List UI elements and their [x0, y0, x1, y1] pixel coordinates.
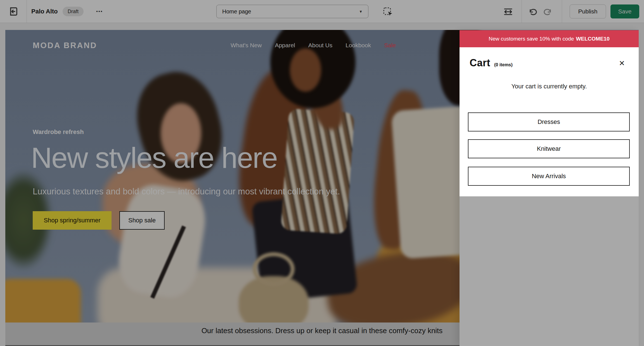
- cart-drawer: New customers save 10% with code WELCOME…: [460, 30, 639, 346]
- announcement-text: New customers save 10% with code: [489, 36, 574, 42]
- cart-empty-message: Your cart is currently empty.: [460, 83, 639, 90]
- select-element-tool-button[interactable]: [382, 6, 393, 17]
- hero-eyebrow: Wardrobe refresh: [33, 128, 84, 136]
- toolbar-divider: [27, 0, 27, 23]
- cart-title: Cart: [470, 57, 490, 69]
- exit-icon: [8, 6, 18, 17]
- status-badge: Draft: [63, 7, 84, 16]
- close-cart-button[interactable]: ✕: [616, 58, 628, 69]
- cart-items-count: (0 items): [494, 62, 513, 67]
- cart-link-knitwear[interactable]: Knitwear: [468, 139, 630, 158]
- redo-button[interactable]: [543, 7, 553, 17]
- hero-cta-row: Shop spring/summer Shop sale: [33, 211, 165, 230]
- device-width-icon: [503, 7, 514, 17]
- page-selector-dropdown[interactable]: Home page ▼: [216, 5, 368, 18]
- editor-window: Palo Alto Draft ••• Home page ▼: [0, 0, 644, 346]
- hero-title: New styles are here: [31, 141, 277, 175]
- cart-link-new-arrivals[interactable]: New Arrivals: [468, 167, 630, 186]
- shop-sale-button[interactable]: Shop sale: [119, 211, 165, 230]
- selection-cursor-icon: [382, 6, 393, 17]
- redo-icon: [543, 7, 553, 17]
- hero-subtitle: Luxurious textures and bold colors — int…: [33, 187, 340, 197]
- ellipsis-icon: •••: [96, 9, 103, 14]
- responsive-width-button[interactable]: [503, 7, 514, 17]
- chevron-down-icon: ▼: [359, 10, 363, 14]
- save-button[interactable]: Save: [610, 4, 639, 18]
- site-title: Palo Alto: [31, 0, 58, 23]
- page-selector-value: Home page: [222, 8, 251, 15]
- exit-editor-button[interactable]: [8, 6, 18, 17]
- undo-button[interactable]: [528, 7, 538, 17]
- toolbar-divider: [562, 0, 562, 23]
- publish-button[interactable]: Publish: [570, 4, 606, 18]
- cart-link-dresses[interactable]: Dresses: [468, 112, 630, 131]
- shop-spring-summer-button[interactable]: Shop spring/summer: [33, 211, 112, 230]
- knitwear-section-text: Our latest obsessions. Dress up or keep …: [202, 326, 443, 335]
- promo-code: WELCOME10: [576, 36, 609, 42]
- dim-overlay: [639, 30, 644, 196]
- undo-icon: [528, 7, 538, 17]
- cart-header: Cart (0 items): [470, 57, 513, 69]
- more-menu-button[interactable]: •••: [93, 6, 106, 17]
- editor-toolbar: Palo Alto Draft ••• Home page ▼: [0, 0, 644, 23]
- toolbar-divider: [522, 0, 522, 23]
- announcement-bar: New customers save 10% with code WELCOME…: [460, 30, 639, 47]
- close-icon: ✕: [619, 59, 625, 67]
